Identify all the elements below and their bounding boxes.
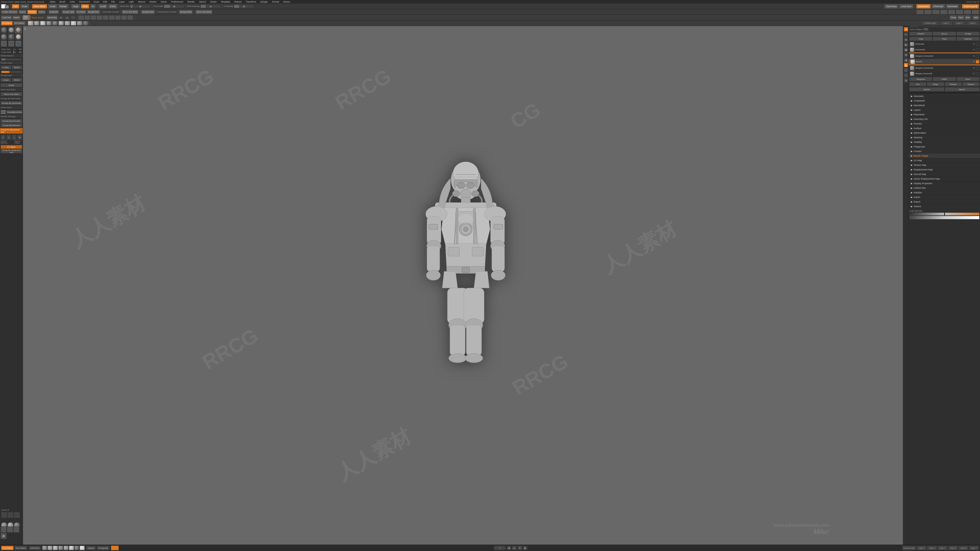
- mat-thumb-7[interactable]: [65, 21, 70, 25]
- menu-marker[interactable]: Marker: [148, 0, 158, 3]
- scale-btn[interactable]: Scale: [48, 4, 57, 9]
- brush-icon-2[interactable]: ▲: [64, 15, 70, 20]
- brush-mesh-2[interactable]: [8, 40, 14, 47]
- clip-icon-2[interactable]: ⊃: [6, 135, 11, 140]
- select-brush-1[interactable]: [1, 512, 7, 518]
- subtool-vis-5[interactable]: [976, 72, 979, 75]
- rename-btn[interactable]: Rename: [909, 32, 932, 36]
- right-icon-document[interactable]: ▣: [904, 48, 908, 52]
- gradient-1[interactable]: [909, 213, 944, 216]
- floor-btn[interactable]: Floor: [958, 15, 964, 20]
- focal-shift-slider[interactable]: -40: [164, 5, 184, 8]
- merge-btn[interactable]: Merge: [927, 82, 944, 86]
- layer-tab-4[interactable]: Layer 4: [966, 21, 979, 25]
- merge-down-btn[interactable]: MergeDown: [87, 10, 100, 14]
- floor-mesh-bottom-btn[interactable]: FloorMesh: [1, 546, 14, 550]
- layer-bottom-2[interactable]: Layer 2: [916, 546, 927, 550]
- bevel-st-btn[interactable]: Bevel: [956, 77, 980, 81]
- mat-thumb-6[interactable]: [59, 21, 64, 25]
- menu-texture[interactable]: Texture: [233, 0, 243, 3]
- select-brush-3[interactable]: [14, 512, 20, 518]
- texturemap-item[interactable]: ▶ Texture Map: [909, 163, 980, 167]
- mat-thumb-1[interactable]: [28, 21, 33, 25]
- mat-thumb-2[interactable]: [34, 21, 40, 25]
- bottom-tool-1[interactable]: [0, 527, 6, 533]
- right-icon-render[interactable]: ◈: [904, 37, 908, 42]
- brush-thumb-1[interactable]: [78, 15, 84, 20]
- bottom-brush-th-5[interactable]: [64, 546, 68, 550]
- brush-thumb-5[interactable]: [103, 15, 108, 20]
- vectordisp-item[interactable]: ▶ Vector Displacement Map: [909, 176, 980, 181]
- fix-mesh-btn[interactable]: FixMesh: [27, 10, 37, 14]
- rgb-intensity-slider[interactable]: 25: [200, 5, 221, 8]
- surface-item[interactable]: ▶ Surface: [909, 126, 980, 130]
- dynamesh-btn[interactable]: DynaMesh: [916, 4, 931, 9]
- brush-hpolish[interactable]: [0, 33, 7, 40]
- tool-preview-8[interactable]: [972, 10, 979, 14]
- mirror-weld-btn[interactable]: Mirror And Weld: [122, 10, 138, 14]
- visibility-item[interactable]: ▶ Visibility: [909, 140, 980, 144]
- zsub-btn[interactable]: ZSub: [108, 4, 118, 9]
- right-icon-tool[interactable]: ✦: [904, 27, 908, 32]
- brush-thumb-2[interactable]: [84, 15, 90, 20]
- layer-bottom-3[interactable]: Layer 3: [927, 546, 937, 550]
- layer-tab-2[interactable]: Layer 2: [940, 21, 953, 25]
- subtool-item-1[interactable]: Extracted1 2K: [909, 47, 980, 52]
- groups-symmetry-btn[interactable]: Groups By Symmetry: [0, 101, 22, 105]
- layer-tab-3[interactable]: Layer 3: [953, 21, 966, 25]
- sculpt-mode-btn[interactable]: Edit: [12, 4, 19, 9]
- geometryhd-item[interactable]: ▶ Geometry HD: [909, 117, 980, 121]
- group-loops-btn[interactable]: Loops: [0, 78, 11, 82]
- displayprops-item[interactable]: ▶ Display Properties: [909, 181, 980, 186]
- brush-mesh-3[interactable]: [15, 40, 22, 47]
- load-tool-btn[interactable]: Load Tool: [1, 15, 12, 20]
- merge-visible-btn[interactable]: MergeVisible: [141, 10, 155, 14]
- floor-mesh-btn[interactable]: FloorMesh: [1, 21, 13, 25]
- menu-layer[interactable]: Layer: [118, 0, 126, 3]
- merge-down-st-btn[interactable]: MergeDwn: [909, 77, 932, 81]
- menu-zplugin[interactable]: Zplugin: [259, 0, 269, 3]
- symmetry-btn[interactable]: Symmetry: [884, 4, 898, 9]
- z-intensity-slider[interactable]: 25: [234, 5, 254, 8]
- right-icon-deform[interactable]: ⤢: [904, 73, 908, 78]
- tool-preview-4[interactable]: [940, 10, 947, 14]
- subtool-vis-1[interactable]: [976, 48, 979, 51]
- morph-target-item[interactable]: ▶ Morph Target: [909, 154, 980, 158]
- bottom-brush-th-6[interactable]: [69, 546, 74, 550]
- bottom-brush-th-4[interactable]: [58, 546, 63, 550]
- right-icon-geometry[interactable]: ⬡: [904, 68, 908, 73]
- initialize-item[interactable]: ▶ Initialize: [909, 190, 980, 195]
- append-st-btn[interactable]: Append: [909, 87, 944, 91]
- deformation-item[interactable]: ▶ Deformation: [909, 130, 980, 135]
- export-item[interactable]: ▶ Export: [909, 200, 980, 204]
- import-item[interactable]: ▶ Import: [909, 195, 980, 200]
- create-short-btn[interactable]: Create ShortCut: [1, 10, 18, 14]
- tool-preview-1[interactable]: [916, 10, 924, 14]
- arraymesh-item[interactable]: ▶ ArrayMesh: [909, 98, 980, 103]
- subtool-item-3[interactable]: Bevel1 4K: [909, 59, 980, 65]
- subtool-vis-4[interactable]: [976, 67, 979, 70]
- persp-btn[interactable]: Persp: [950, 15, 957, 20]
- gradient-2[interactable]: [945, 213, 980, 216]
- rename-st-btn[interactable]: Rename: [963, 82, 980, 86]
- edit-mesh-btn[interactable]: Edit Mesh: [29, 546, 41, 550]
- mirror-weld-left-btn[interactable]: Mirror And Weld: [0, 92, 22, 96]
- uvmap-item[interactable]: ▶ UV Map: [909, 158, 980, 163]
- group-surface-btn[interactable]: GroupBySurface: [6, 110, 22, 114]
- tool-preview-7[interactable]: [964, 10, 971, 14]
- brush-icon-3[interactable]: □: [70, 15, 76, 20]
- move-mesh-btn[interactable]: Move Mesh: [32, 4, 48, 9]
- menu-light[interactable]: Light: [128, 0, 135, 3]
- polygroups-item[interactable]: ▶ Polygroups: [909, 144, 980, 149]
- menu-brush[interactable]: Brush: [59, 0, 67, 3]
- layer-tab-1[interactable]: Camera Layer: [921, 21, 939, 25]
- clip-icon-4[interactable]: ⊕: [17, 135, 22, 140]
- menu-zscript[interactable]: ZScript: [271, 0, 280, 3]
- groups-split-btn[interactable]: Groups Split: [62, 10, 75, 14]
- tool-preview-3[interactable]: [932, 10, 939, 14]
- layer-bottom-7[interactable]: Layer 7: [969, 546, 979, 550]
- nav-up-btn[interactable]: ▲: [512, 546, 517, 550]
- contact-item[interactable]: ▶ Contact: [909, 149, 980, 154]
- auto-collapse-toggle[interactable]: [923, 28, 928, 30]
- polygroups-btn[interactable]: PolyGroupAlt: [962, 4, 979, 9]
